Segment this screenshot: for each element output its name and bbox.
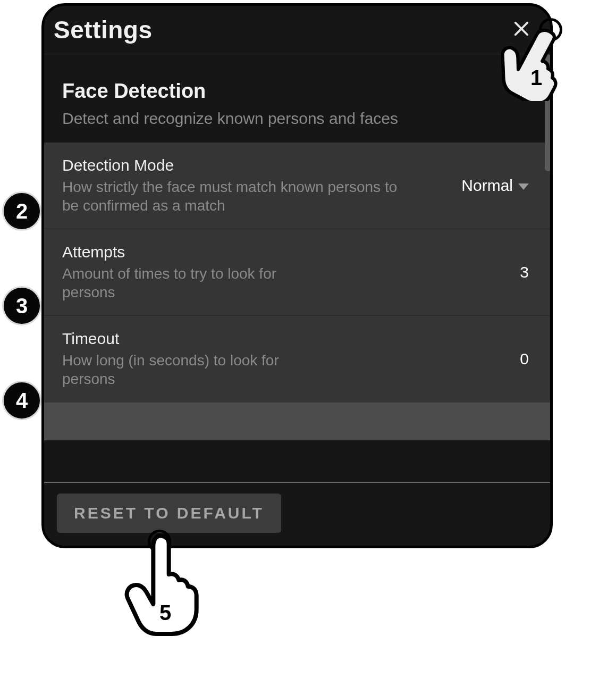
chevron-down-icon (518, 183, 529, 190)
dialog-footer: RESET TO DEFAULT (44, 482, 550, 546)
timeout-value: 0 (520, 350, 529, 368)
row-timeout[interactable]: Timeout How long (in seconds) to look fo… (44, 316, 550, 402)
callout-2-badge: 2 (2, 191, 41, 231)
reset-to-default-button[interactable]: RESET TO DEFAULT (57, 494, 281, 533)
detection-mode-select[interactable]: Normal (461, 177, 529, 195)
settings-rows: Detection Mode How strictly the face mus… (44, 143, 550, 402)
select-value-text: Normal (461, 177, 513, 195)
callout-2-number: 2 (16, 199, 28, 223)
callout-3-badge: 3 (2, 286, 41, 325)
dialog-title: Settings (54, 15, 152, 44)
callout-3-number: 3 (16, 294, 28, 318)
titlebar: Settings (44, 6, 550, 54)
row-desc: Amount of times to try to look for perso… (62, 264, 285, 302)
section-title: Face Detection (62, 80, 532, 103)
rows-bottom-spacer (44, 402, 550, 440)
close-button[interactable] (509, 17, 534, 43)
row-attempts[interactable]: Attempts Amount of times to try to look … (44, 229, 550, 316)
row-text: Attempts Amount of times to try to look … (62, 243, 520, 302)
row-desc: How long (in seconds) to look for person… (62, 351, 285, 388)
callout-4-badge: 4 (2, 381, 41, 420)
scrollbar-thumb[interactable] (545, 54, 550, 171)
section-header: Face Detection Detect and recognize know… (44, 54, 550, 143)
section-subtitle: Detect and recognize known persons and f… (62, 108, 532, 129)
callout-5-number: 5 (159, 601, 171, 625)
attempts-value: 3 (520, 263, 529, 281)
row-text: Timeout How long (in seconds) to look fo… (62, 330, 520, 388)
row-label: Attempts (62, 243, 520, 261)
close-icon (512, 20, 530, 40)
row-detection-mode[interactable]: Detection Mode How strictly the face mus… (44, 143, 550, 229)
row-text: Detection Mode How strictly the face mus… (62, 156, 461, 215)
dialog-content: Face Detection Detect and recognize know… (44, 54, 550, 488)
row-desc: How strictly the face must match known p… (62, 178, 402, 215)
callout-4-number: 4 (16, 389, 28, 413)
settings-dialog: Settings Face Detection Detect and recog… (41, 3, 553, 548)
row-label: Detection Mode (62, 156, 461, 174)
row-label: Timeout (62, 330, 520, 348)
